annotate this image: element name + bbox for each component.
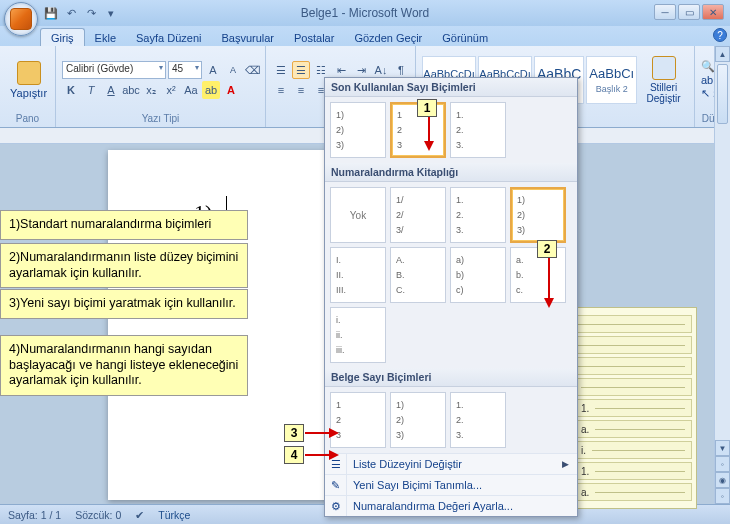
- window-title: Belge1 - Microsoft Word: [301, 6, 430, 20]
- status-words[interactable]: Sözcük: 0: [75, 509, 121, 521]
- prev-page-button[interactable]: ◦: [715, 456, 730, 472]
- num-format-recent-3[interactable]: 1.2.3.: [450, 102, 506, 158]
- quick-access-toolbar: 💾 ↶ ↷ ▾: [44, 4, 118, 22]
- scroll-up-button[interactable]: ▲: [715, 46, 730, 62]
- gallery-header-recent: Son Kullanılan Sayı Biçimleri: [325, 78, 577, 97]
- marker-2: 2: [537, 240, 557, 258]
- change-styles-icon: [652, 56, 676, 80]
- minimize-button[interactable]: ─: [654, 4, 676, 20]
- status-language[interactable]: Türkçe: [158, 509, 190, 521]
- title-bar: 💾 ↶ ↷ ▾ Belge1 - Microsoft Word ─ ▭ ✕: [0, 0, 730, 26]
- office-button[interactable]: [4, 2, 38, 36]
- select-icon: ↖: [701, 87, 710, 100]
- browse-object-button[interactable]: ◉: [715, 472, 730, 488]
- tab-mailings[interactable]: Postalar: [284, 29, 344, 46]
- help-button[interactable]: ?: [713, 28, 727, 42]
- numbering-button[interactable]: ☰: [292, 61, 310, 79]
- font-color-button[interactable]: A: [222, 81, 240, 99]
- bold-button[interactable]: K: [62, 81, 80, 99]
- scroll-down-button[interactable]: ▼: [715, 440, 730, 456]
- save-icon[interactable]: 💾: [44, 6, 58, 20]
- svg-marker-1: [424, 141, 434, 151]
- change-styles-button[interactable]: Stilleri Değiştir: [639, 54, 688, 106]
- italic-button[interactable]: T: [82, 81, 100, 99]
- list-item[interactable]: a.: [574, 483, 692, 501]
- vertical-scrollbar[interactable]: ▲ ▼ ◦ ◉ ◦: [714, 46, 730, 504]
- num-format-lib-2[interactable]: 1.2.3.: [450, 187, 506, 243]
- group-clipboard-label: Pano: [6, 112, 49, 125]
- menu-set-numbering-value[interactable]: ⚙ Numaralandırma Değeri Ayarla...: [325, 495, 577, 516]
- align-left-button[interactable]: ≡: [272, 81, 290, 99]
- underline-button[interactable]: A: [102, 81, 120, 99]
- menu-change-list-level[interactable]: ☰ Liste Düzeyini Değiştir▶: [325, 453, 577, 474]
- font-size-combo[interactable]: 45: [168, 61, 202, 79]
- list-item[interactable]: 1.: [574, 462, 692, 480]
- arrow-1: [423, 117, 435, 151]
- bullets-button[interactable]: ☰: [272, 61, 290, 79]
- status-proof-icon[interactable]: ✔: [135, 509, 144, 521]
- find-icon: 🔍: [701, 60, 715, 73]
- qat-dropdown-icon[interactable]: ▾: [104, 6, 118, 20]
- paste-button[interactable]: Yapıştır: [6, 59, 51, 101]
- callout-4: 4)Numaralandırmanın hangi sayıdan başlay…: [0, 335, 248, 396]
- shrink-font-button[interactable]: A: [224, 61, 242, 79]
- grow-font-button[interactable]: A: [204, 61, 222, 79]
- marker-1: 1: [417, 99, 437, 117]
- next-page-button[interactable]: ◦: [715, 488, 730, 504]
- num-format-lib-6[interactable]: a)b)c): [450, 247, 506, 303]
- superscript-button[interactable]: x²: [162, 81, 180, 99]
- num-format-lib-1[interactable]: 1/2/3/: [390, 187, 446, 243]
- style-heading2[interactable]: AaBbCıBaşlık 2: [586, 56, 637, 104]
- gallery-header-library: Numaralandırma Kitaplığı: [325, 163, 577, 182]
- tab-insert[interactable]: Ekle: [85, 29, 126, 46]
- list-item[interactable]: i.: [574, 441, 692, 459]
- close-button[interactable]: ✕: [702, 4, 724, 20]
- redo-icon[interactable]: ↷: [84, 6, 98, 20]
- gallery-header-doc: Belge Sayı Biçimleri: [325, 368, 577, 387]
- callout-3: 3)Yeni sayı biçimi yaratmak için kullanı…: [0, 289, 248, 319]
- highlight-button[interactable]: ab: [202, 81, 220, 99]
- undo-icon[interactable]: ↶: [64, 6, 78, 20]
- strike-button[interactable]: abc: [122, 81, 140, 99]
- paste-icon: [17, 61, 41, 85]
- num-format-lib-5[interactable]: A.B.C.: [390, 247, 446, 303]
- menu-define-new-format[interactable]: ✎ Yeni Sayı Biçimi Tanımla...: [325, 474, 577, 495]
- align-center-button[interactable]: ≡: [292, 81, 310, 99]
- num-format-lib-3[interactable]: 1)2)3): [510, 187, 566, 243]
- callout-2: 2)Numaralandırmanın liste düzey biçimini…: [0, 243, 248, 288]
- list-item[interactable]: a.: [574, 420, 692, 438]
- list-item[interactable]: i.: [560, 357, 692, 375]
- num-format-recent-1[interactable]: 1)2)3): [330, 102, 386, 158]
- num-format-lib-4[interactable]: I.II.III.: [330, 247, 386, 303]
- clear-format-button[interactable]: ⌫: [244, 61, 262, 79]
- scroll-thumb[interactable]: [717, 64, 728, 124]
- svg-marker-5: [329, 428, 339, 438]
- svg-marker-3: [544, 298, 554, 308]
- marker-4: 4: [284, 446, 304, 464]
- marker-3: 3: [284, 424, 304, 442]
- num-format-doc-3[interactable]: 1.2.3.: [450, 392, 506, 448]
- subscript-button[interactable]: x₂: [142, 81, 160, 99]
- group-font-label: Yazı Tipi: [62, 112, 259, 125]
- tab-review[interactable]: Gözden Geçir: [344, 29, 432, 46]
- num-format-lib-8[interactable]: i.ii.iii.: [330, 307, 386, 363]
- tab-view[interactable]: Görünüm: [432, 29, 498, 46]
- numbering-gallery: Son Kullanılan Sayı Biçimleri 1)2)3) 123…: [324, 77, 578, 517]
- font-name-combo[interactable]: Calibri (Gövde): [62, 61, 166, 79]
- callout-1: 1)Standart numaralandırma biçimleri: [0, 210, 248, 240]
- list-item[interactable]: a.: [560, 378, 692, 396]
- num-format-none[interactable]: Yok: [330, 187, 386, 243]
- tab-references[interactable]: Başvurular: [211, 29, 284, 46]
- arrow-4: [305, 449, 339, 461]
- num-format-doc-2[interactable]: 1)2)3): [390, 392, 446, 448]
- document-area: 1) Son Kullanılan Sayı Biçimleri 1)2)3) …: [0, 144, 730, 506]
- maximize-button[interactable]: ▭: [678, 4, 700, 20]
- replace-icon: ab: [701, 74, 713, 86]
- tab-home[interactable]: Giriş: [40, 28, 85, 46]
- status-page[interactable]: Sayfa: 1 / 1: [8, 509, 61, 521]
- arrow-2: [543, 258, 555, 308]
- change-case-button[interactable]: Aa: [182, 81, 200, 99]
- tab-page-layout[interactable]: Sayfa Düzeni: [126, 29, 211, 46]
- num-format-doc-1[interactable]: 123: [330, 392, 386, 448]
- list-item[interactable]: 1.: [574, 399, 692, 417]
